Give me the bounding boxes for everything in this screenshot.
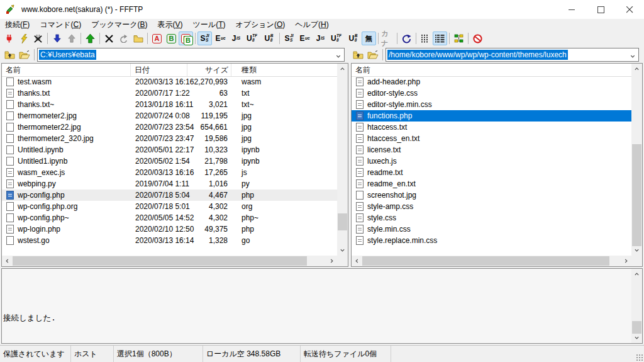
menu-item[interactable]: ツール(T) xyxy=(188,19,231,31)
host-kanji-euc-button[interactable]: Euc xyxy=(212,31,229,45)
detail-view-button[interactable] xyxy=(433,31,447,45)
host-kanji-utf8bom-button[interactable]: UB8 xyxy=(260,31,277,45)
kana-convert-button[interactable]: カナ xyxy=(380,31,395,45)
close-button[interactable] xyxy=(615,0,644,19)
binary-mode-button[interactable]: B xyxy=(164,31,179,45)
scrollbar-thumb[interactable] xyxy=(13,256,307,266)
table-row[interactable]: luxech.js xyxy=(352,156,631,167)
table-row[interactable]: add-header.php xyxy=(352,76,631,88)
local-vertical-scrollbar[interactable] xyxy=(337,64,348,256)
rename-button[interactable] xyxy=(116,31,131,45)
maximize-button[interactable] xyxy=(586,0,615,19)
quick-connect-button[interactable] xyxy=(16,31,31,45)
column-header-name[interactable]: 名前 xyxy=(352,64,642,76)
table-row[interactable]: license.txt xyxy=(352,144,631,156)
minimize-button[interactable] xyxy=(557,0,586,19)
scroll-up-icon[interactable] xyxy=(631,269,642,280)
table-row[interactable]: wp-config.php~ 2020/05/05 14:52 4,302 ph… xyxy=(2,212,337,223)
scroll-up-icon[interactable] xyxy=(631,64,642,74)
abort-button[interactable] xyxy=(470,31,485,45)
connect-button[interactable] xyxy=(2,31,16,45)
local-kanji-euc-button[interactable]: Euc xyxy=(296,31,313,45)
scrollbar-thumb[interactable] xyxy=(632,321,641,334)
log-vertical-scrollbar[interactable] xyxy=(631,269,642,343)
menu-item[interactable]: ヘルプ(H) xyxy=(290,19,334,31)
table-row[interactable]: wp-config.php.org 2020/07/18 5:01 4,302 … xyxy=(2,201,337,212)
table-row[interactable]: thermometer2.jpg 2020/07/24 0:08 119,195… xyxy=(2,110,337,122)
local-up-dir-button[interactable] xyxy=(3,48,17,62)
local-kanji-utf8n-button[interactable]: UTF8 xyxy=(328,31,345,45)
table-row[interactable]: webping.py 2019/07/04 1:11 1,016 py xyxy=(2,178,337,189)
table-row[interactable]: test.wasm 2020/03/13 16:16 2,270,993 was… xyxy=(2,76,337,88)
table-row[interactable]: style.min.css xyxy=(352,223,631,235)
remote-path-combobox[interactable]: /home/kobore/www/wp/wp/wp-content/themes… xyxy=(386,48,639,62)
table-row[interactable]: editor-style.css xyxy=(352,88,631,99)
local-kanji-sjis-button[interactable]: SJIS xyxy=(282,31,296,45)
scrollbar-thumb[interactable] xyxy=(632,144,641,246)
column-header-size[interactable]: サイズ xyxy=(187,64,231,76)
menu-item[interactable]: 表示(V) xyxy=(153,19,188,31)
resize-grip[interactable] xyxy=(636,354,643,361)
table-row[interactable]: thermometer2_320.jpg 2020/07/23 23:47 19… xyxy=(2,133,337,144)
scroll-up-icon[interactable] xyxy=(337,64,348,74)
chevron-down-icon[interactable] xyxy=(335,52,341,61)
local-kanji-jis-button[interactable]: JIS xyxy=(313,31,328,45)
table-row[interactable]: wp-login.php 2020/02/10 12:50 49,375 php xyxy=(2,223,337,235)
table-row[interactable]: wp-config.php 2020/07/18 5:04 4,467 php xyxy=(2,189,337,201)
table-row[interactable]: editor-style.min.css xyxy=(352,99,631,110)
remote-up-dir-button[interactable] xyxy=(351,48,365,62)
remote-change-dir-button[interactable] xyxy=(365,48,380,62)
remote-vertical-scrollbar[interactable] xyxy=(631,64,642,256)
mirror-upload-button[interactable] xyxy=(83,31,97,45)
table-row[interactable]: thanks.txt~ 2013/01/18 16:11 3,021 txt~ xyxy=(2,99,337,110)
auto-mode-button[interactable]: P B xyxy=(179,31,193,45)
mkdir-button[interactable] xyxy=(131,31,145,45)
scroll-left-icon[interactable] xyxy=(2,256,13,266)
chevron-down-icon[interactable] xyxy=(630,52,636,61)
remote-horizontal-scrollbar[interactable] xyxy=(352,256,631,266)
table-row[interactable]: style.replace.min.css xyxy=(352,235,631,246)
column-header-name[interactable]: 名前 xyxy=(2,64,131,76)
table-row[interactable]: Untitled.ipynb 2020/05/01 22:17 10,323 i… xyxy=(2,144,337,156)
local-change-dir-button[interactable] xyxy=(17,48,31,62)
table-row[interactable]: wstest.go 2020/03/13 16:14 1,328 go xyxy=(2,235,337,246)
refresh-button[interactable] xyxy=(399,31,414,45)
host-kanji-sjis-button[interactable]: SJIS xyxy=(197,31,212,45)
table-row[interactable]: readme_en.txt xyxy=(352,178,631,189)
delete-button[interactable] xyxy=(102,31,116,45)
table-row[interactable]: wasm_exec.js 2020/03/13 16:16 17,265 js xyxy=(2,167,337,178)
menu-item[interactable]: コマンド(C) xyxy=(35,19,86,31)
menu-item[interactable]: オプション(O) xyxy=(230,19,290,31)
upload-button[interactable] xyxy=(64,31,79,45)
table-row[interactable]: style-amp.css xyxy=(352,201,631,212)
table-row[interactable]: thanks.txt 2020/07/17 1:22 63 txt xyxy=(2,88,337,99)
table-row[interactable]: readme.txt xyxy=(352,167,631,178)
ascii-mode-button[interactable]: A xyxy=(150,31,164,45)
scroll-down-icon[interactable] xyxy=(631,245,642,256)
scroll-left-icon[interactable] xyxy=(352,256,362,266)
scroll-down-icon[interactable] xyxy=(631,332,642,343)
table-row[interactable]: screenshot.jpg xyxy=(352,189,631,201)
local-kanji-utf8bom-button[interactable]: UB8 xyxy=(345,31,362,45)
menu-item[interactable]: ブックマーク(B) xyxy=(86,19,152,31)
local-path-combobox[interactable]: C:¥Users¥ebata xyxy=(37,48,345,62)
list-view-button[interactable] xyxy=(418,31,433,45)
scrollbar-thumb[interactable] xyxy=(362,256,609,266)
table-row[interactable]: Untitled1.ipynb 2020/05/02 1:54 21,798 i… xyxy=(2,156,337,167)
disconnect-button[interactable] xyxy=(31,31,45,45)
host-kanji-jis-button[interactable]: JIS xyxy=(229,31,243,45)
column-header-date[interactable]: 日付 xyxy=(131,64,187,76)
table-row[interactable]: htaccess_en.txt xyxy=(352,133,631,144)
scroll-down-icon[interactable] xyxy=(337,245,348,256)
local-horizontal-scrollbar[interactable] xyxy=(2,256,337,266)
table-row[interactable]: thermometer22.jpg 2020/07/23 23:54 654,6… xyxy=(2,122,337,133)
sort-button[interactable] xyxy=(452,31,466,45)
menu-item[interactable]: 接続(F) xyxy=(0,19,35,31)
download-button[interactable] xyxy=(50,31,64,45)
scroll-right-icon[interactable] xyxy=(621,256,631,266)
table-row[interactable]: functions.php xyxy=(352,110,631,122)
scrollbar-thumb[interactable] xyxy=(338,213,347,230)
scroll-right-icon[interactable] xyxy=(326,256,337,266)
local-kanji-none-button[interactable]: 無 xyxy=(362,31,376,45)
column-header-type[interactable]: 種類 xyxy=(231,64,348,76)
